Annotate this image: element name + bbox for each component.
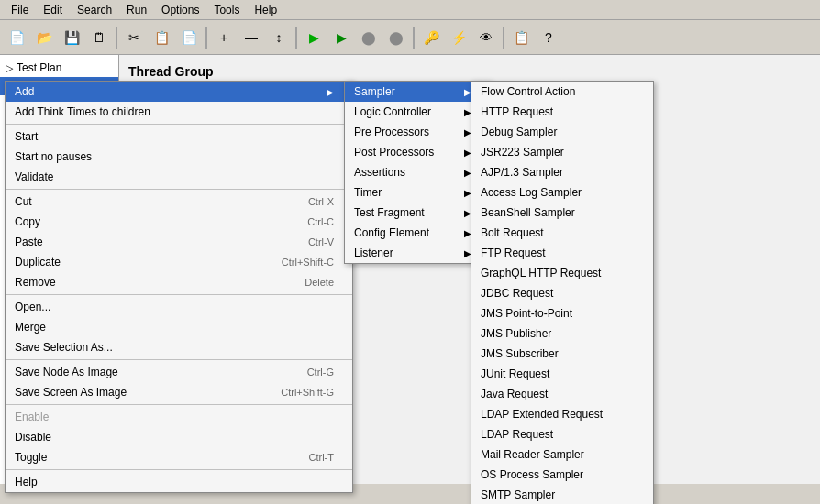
sep-4 <box>6 359 352 360</box>
sampler-jsr223[interactable]: JSR223 Sampler <box>471 142 653 162</box>
menu-enable: Enable <box>6 407 352 427</box>
sampler-jms-publisher[interactable]: JMS Publisher <box>471 323 653 344</box>
sampler-junit[interactable]: JUnit Request <box>471 364 653 384</box>
menu-paste[interactable]: Paste Ctrl-V <box>6 232 352 252</box>
toolbar-save[interactable]: 💾 <box>59 25 84 50</box>
sampler-graphql[interactable]: GraphQL HTTP Request <box>471 263 653 283</box>
toolbar-collapse[interactable]: — <box>238 25 264 50</box>
sep2 <box>205 27 207 49</box>
sep1 <box>116 27 117 49</box>
menu-add[interactable]: Add ▶ <box>6 82 352 102</box>
submenu-pre-processors[interactable]: Pre Processors ▶ <box>345 122 490 142</box>
toolbar-open[interactable]: 📂 <box>31 25 57 50</box>
menu-open[interactable]: Open... <box>6 297 352 317</box>
sampler-flow-control[interactable]: Flow Control Action <box>471 82 653 102</box>
menu-validate[interactable]: Validate <box>6 167 352 187</box>
sampler-ftp[interactable]: FTP Request <box>471 243 653 263</box>
menu-save-selection[interactable]: Save Selection As... <box>6 337 352 357</box>
shortcut-save-node: Ctrl-G <box>307 367 334 378</box>
toolbar-lightning[interactable]: ⚡ <box>446 25 471 50</box>
sampler-jms-subscriber[interactable]: JMS Subscriber <box>471 344 653 364</box>
menu-help[interactable]: Help <box>247 2 284 18</box>
submenu-logic-controller[interactable]: Logic Controller ▶ <box>345 102 490 122</box>
sampler-access-log[interactable]: Access Log Sampler <box>471 182 653 203</box>
shortcut-paste: Ctrl-V <box>308 236 334 247</box>
toolbar-key[interactable]: 🔑 <box>418 25 444 50</box>
tree-item-testplan[interactable]: ▷ Test Plan <box>0 59 118 77</box>
toolbar: 📄 📂 💾 🗒 ✂ 📋 📄 + — ↕ ▶ ▶ ⬤ ⬤ 🔑 ⚡ 👁 📋 ? <box>0 20 820 55</box>
menu-edit[interactable]: Edit <box>36 2 70 18</box>
sep-2 <box>6 189 352 190</box>
sampler-submenu: Flow Control Action HTTP Request Debug S… <box>471 81 654 504</box>
menu-search[interactable]: Search <box>70 2 119 18</box>
menubar: File Edit Search Run Options Tools Help <box>0 0 820 20</box>
sep3 <box>295 27 297 49</box>
sampler-smtp[interactable]: SMTP Sampler <box>471 485 653 504</box>
sep-1 <box>6 124 352 125</box>
menu-start-no-pauses[interactable]: Start no pauses <box>6 147 352 167</box>
sampler-bolt[interactable]: Bolt Request <box>471 223 653 243</box>
shortcut-duplicate: Ctrl+Shift-C <box>282 257 334 268</box>
toolbar-list[interactable]: 📋 <box>508 25 534 50</box>
submenu-sampler[interactable]: Sampler ▶ <box>345 82 490 102</box>
toolbar-start[interactable]: ▶ <box>301 25 327 50</box>
menu-save-node-image[interactable]: Save Node As Image Ctrl-G <box>6 362 352 382</box>
menu-toggle[interactable]: Toggle Ctrl-T <box>6 447 352 467</box>
toolbar-copy[interactable]: 📋 <box>149 25 174 50</box>
toolbar-new[interactable]: 📄 <box>4 25 29 50</box>
shortcut-cut: Ctrl-X <box>308 196 334 207</box>
toolbar-start-nopause[interactable]: ▶ <box>328 25 354 50</box>
tree-item-label: Test Plan <box>17 61 61 74</box>
menu-disable[interactable]: Disable <box>6 427 352 447</box>
sampler-mail-reader[interactable]: Mail Reader Sampler <box>471 444 653 465</box>
sampler-http-request[interactable]: HTTP Request <box>471 102 653 122</box>
sampler-debug[interactable]: Debug Sampler <box>471 122 653 142</box>
menu-save-screen-image[interactable]: Save Screen As Image Ctrl+Shift-G <box>6 382 352 402</box>
submenu-post-processors[interactable]: Post Processors ▶ <box>345 142 490 162</box>
sampler-ajp[interactable]: AJP/1.3 Sampler <box>471 162 653 182</box>
submenu-arrow-add: ▶ <box>327 87 334 97</box>
shortcut-remove: Delete <box>305 277 334 288</box>
menu-run[interactable]: Run <box>119 2 154 18</box>
toolbar-expand[interactable]: + <box>211 25 237 50</box>
shortcut-save-screen: Ctrl+Shift-G <box>281 387 334 398</box>
sampler-java[interactable]: Java Request <box>471 384 653 404</box>
menu-remove[interactable]: Remove Delete <box>6 272 352 292</box>
menu-options[interactable]: Options <box>154 2 206 18</box>
toolbar-stop1[interactable]: ⬤ <box>356 25 382 50</box>
toolbar-stop2[interactable]: ⬤ <box>383 25 409 50</box>
menu-copy[interactable]: Copy Ctrl-C <box>6 212 352 232</box>
menu-start[interactable]: Start <box>6 126 352 147</box>
sampler-ldap-extended[interactable]: LDAP Extended Request <box>471 404 653 424</box>
context-menu: Add ▶ Add Think Times to children Start … <box>5 81 353 493</box>
sampler-os-process[interactable]: OS Process Sampler <box>471 465 653 485</box>
submenu-timer[interactable]: Timer ▶ <box>345 182 490 203</box>
submenu-test-fragment[interactable]: Test Fragment ▶ <box>345 203 490 223</box>
sampler-jms-p2p[interactable]: JMS Point-to-Point <box>471 303 653 323</box>
submenu-assertions[interactable]: Assertions ▶ <box>345 162 490 182</box>
menu-cut[interactable]: Cut Ctrl-X <box>6 192 352 212</box>
testplan-icon: ▷ <box>6 62 13 74</box>
menu-duplicate[interactable]: Duplicate Ctrl+Shift-C <box>6 252 352 272</box>
toolbar-cut[interactable]: ✂ <box>121 25 147 50</box>
toolbar-help[interactable]: ? <box>536 25 561 50</box>
toolbar-toggle[interactable]: ↕ <box>266 25 292 50</box>
submenu-config-element[interactable]: Config Element ▶ <box>345 223 490 243</box>
menu-merge[interactable]: Merge <box>6 317 352 337</box>
menu-add-think-times[interactable]: Add Think Times to children <box>6 102 352 122</box>
sep-6 <box>6 469 352 470</box>
menu-tools[interactable]: Tools <box>206 2 247 18</box>
sampler-jdbc[interactable]: JDBC Request <box>471 283 653 303</box>
sep4 <box>413 27 415 49</box>
toolbar-paste[interactable]: 📄 <box>176 25 202 50</box>
submenu-listener[interactable]: Listener ▶ <box>345 243 490 263</box>
add-submenu: Sampler ▶ Logic Controller ▶ Pre Process… <box>344 81 491 264</box>
shortcut-copy: Ctrl-C <box>307 216 334 227</box>
menu-file[interactable]: File <box>4 2 36 18</box>
menu-help[interactable]: Help <box>6 472 352 492</box>
thread-group-title: Thread Group <box>128 64 811 79</box>
sampler-beanshell[interactable]: BeanShell Sampler <box>471 203 653 223</box>
sampler-ldap[interactable]: LDAP Request <box>471 424 653 444</box>
toolbar-save2[interactable]: 🗒 <box>86 25 112 50</box>
toolbar-eye[interactable]: 👁 <box>473 25 499 50</box>
